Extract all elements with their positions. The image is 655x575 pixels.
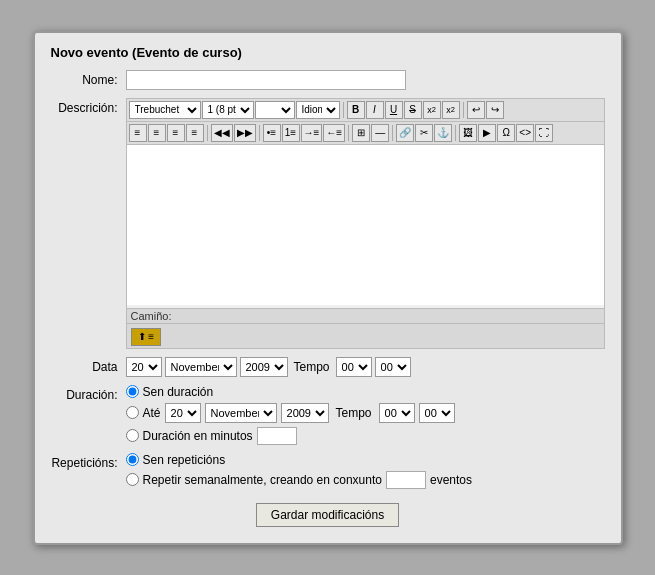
nome-input[interactable]: [126, 70, 406, 90]
redo-btn[interactable]: ↪: [486, 101, 504, 119]
data-row: Data 20 November 2009 Tempo 00 00: [51, 357, 605, 377]
sep2: [463, 102, 464, 118]
data-month-select[interactable]: November: [165, 357, 237, 377]
camino-btn-label: ⬆ ≡: [138, 331, 155, 342]
repeticins-opt1-row: Sen repeticións: [126, 453, 605, 467]
data-year-select[interactable]: 2009: [240, 357, 288, 377]
underline-btn[interactable]: U: [385, 101, 403, 119]
align-center-btn[interactable]: ≡: [148, 124, 166, 142]
duracion-opt2-prefix: Até: [143, 406, 161, 420]
unlink-btn[interactable]: ✂: [415, 124, 433, 142]
table-btn[interactable]: ⊞: [352, 124, 370, 142]
align-right-btn[interactable]: ≡: [167, 124, 185, 142]
hr-btn[interactable]: —: [371, 124, 389, 142]
ul-btn[interactable]: •≡: [263, 124, 281, 142]
nome-content: [126, 70, 605, 90]
duracion-minute-select[interactable]: 00: [419, 403, 455, 423]
repeticins-count-input[interactable]: [386, 471, 426, 489]
format-select[interactable]: [255, 101, 295, 119]
camino-label: Camiño:: [131, 310, 172, 322]
toolbar-row-1: Trebuchet 1 (8 pt) Idioma B I U S: [127, 99, 604, 122]
indent-btn[interactable]: →≡: [301, 124, 323, 142]
duracion-tempo-label: Tempo: [336, 406, 372, 420]
data-label: Data: [51, 357, 126, 374]
align-justify-btn[interactable]: ≡: [186, 124, 204, 142]
data-content: 20 November 2009 Tempo 00 00: [126, 357, 605, 377]
repeticins-row: Repeticións: Sen repeticións Repetir sem…: [51, 453, 605, 489]
duracion-opt3-row: Duración en minutos: [126, 427, 605, 445]
data-controls: 20 November 2009 Tempo 00 00: [126, 357, 605, 377]
sep1: [343, 102, 344, 118]
prev-btn[interactable]: ◀◀: [211, 124, 233, 142]
duracion-month-select[interactable]: November: [205, 403, 277, 423]
duracion-minutes-input[interactable]: [257, 427, 297, 445]
dialog-container: Novo evento (Evento de curso) Nome: Desc…: [33, 31, 623, 545]
repeticins-opt1-radio[interactable]: [126, 453, 139, 466]
subscript-btn[interactable]: x2: [423, 101, 441, 119]
sep5: [348, 125, 349, 141]
undo-btn[interactable]: ↩: [467, 101, 485, 119]
duracion-radio-group: Sen duración Até 20 November 2009 Tempo: [126, 385, 605, 445]
data-day-select[interactable]: 20: [126, 357, 162, 377]
descripcion-content: Trebuchet 1 (8 pt) Idioma B I U S: [126, 98, 605, 349]
repeticins-opt2-prefix: Repetir semanalmente, creando en conxunt…: [143, 473, 382, 487]
italic-btn[interactable]: I: [366, 101, 384, 119]
tempo-label: Tempo: [294, 360, 330, 374]
camino-btn[interactable]: ⬆ ≡: [131, 328, 162, 346]
bold-btn[interactable]: B: [347, 101, 365, 119]
font-family-select[interactable]: Trebuchet: [129, 101, 201, 119]
duracion-opt3-label: Duración en minutos: [143, 429, 253, 443]
fullscreen-btn[interactable]: ⛶: [535, 124, 553, 142]
repeticins-content: Sen repeticións Repetir semanalmente, cr…: [126, 453, 605, 489]
img-btn[interactable]: 🖼: [459, 124, 477, 142]
duracion-content: Sen duración Até 20 November 2009 Tempo: [126, 385, 605, 445]
duracion-opt2-radio[interactable]: [126, 406, 139, 419]
toolbar-row-2: ≡ ≡ ≡ ≡ ◀◀ ▶▶ •≡ 1≡ →≡ ←≡ ⊞ — 🔗: [127, 122, 604, 145]
duracion-opt1-row: Sen duración: [126, 385, 605, 399]
repeticins-opt2-suffix: eventos: [430, 473, 472, 487]
descripcion-label: Descrición:: [51, 98, 126, 115]
link-btn[interactable]: 🔗: [396, 124, 414, 142]
align-left-btn[interactable]: ≡: [129, 124, 147, 142]
repeticins-opt2-radio[interactable]: [126, 473, 139, 486]
duracion-opt1-radio[interactable]: [126, 385, 139, 398]
duracion-opt3-radio[interactable]: [126, 429, 139, 442]
sep3: [207, 125, 208, 141]
media-btn[interactable]: ▶: [478, 124, 496, 142]
nome-row: Nome:: [51, 70, 605, 90]
anchor-btn[interactable]: ⚓: [434, 124, 452, 142]
camino-bar: Camiño:: [127, 308, 604, 323]
duracion-hour-select[interactable]: 00: [379, 403, 415, 423]
duracion-day-select[interactable]: 20: [165, 403, 201, 423]
language-select[interactable]: Idioma: [296, 101, 340, 119]
superscript-btn[interactable]: x2: [442, 101, 460, 119]
repeticins-radio-group: Sen repeticións Repetir semanalmente, cr…: [126, 453, 605, 489]
repeticins-opt2-row: Repetir semanalmente, creando en conxunt…: [126, 471, 605, 489]
dialog-title: Novo evento (Evento de curso): [51, 45, 605, 60]
source-btn[interactable]: <>: [516, 124, 534, 142]
descripcion-row: Descrición: Trebuchet 1 (8 pt) Idioma: [51, 98, 605, 349]
font-size-select[interactable]: 1 (8 pt): [202, 101, 254, 119]
outdent-btn[interactable]: ←≡: [323, 124, 345, 142]
repeticins-opt1-label: Sen repeticións: [143, 453, 226, 467]
sep4: [259, 125, 260, 141]
save-button[interactable]: Gardar modificacións: [256, 503, 399, 527]
duracion-opt2-row: Até 20 November 2009 Tempo 00 0: [126, 403, 605, 423]
next-btn[interactable]: ▶▶: [234, 124, 256, 142]
char-btn[interactable]: Ω: [497, 124, 515, 142]
data-minute-select[interactable]: 00: [375, 357, 411, 377]
duracion-label: Duración:: [51, 385, 126, 402]
camino-btn-row: ⬆ ≡: [127, 323, 604, 348]
editor-container: Trebuchet 1 (8 pt) Idioma B I U S: [126, 98, 605, 349]
nome-label: Nome:: [51, 70, 126, 87]
sep6: [392, 125, 393, 141]
strikethrough-btn[interactable]: S: [404, 101, 422, 119]
ol-btn[interactable]: 1≡: [282, 124, 300, 142]
editor-textarea[interactable]: [127, 145, 604, 305]
save-btn-row: Gardar modificacións: [51, 503, 605, 527]
data-hour-select[interactable]: 00: [336, 357, 372, 377]
duracion-opt1-label: Sen duración: [143, 385, 214, 399]
duracion-row: Duración: Sen duración Até 20 November: [51, 385, 605, 445]
duracion-year-select[interactable]: 2009: [281, 403, 329, 423]
sep7: [455, 125, 456, 141]
